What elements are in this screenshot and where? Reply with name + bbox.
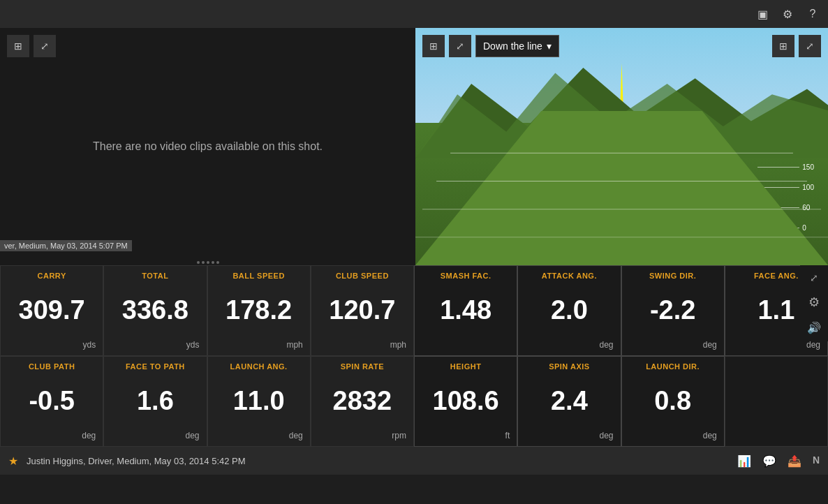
- monitor-icon[interactable]: ▣: [754, 6, 771, 22]
- grid-view-3d-button[interactable]: ⊞: [422, 35, 445, 57]
- metric-height-value: 108.6: [433, 387, 499, 414]
- metric-launch-dir-value: 0.8: [654, 387, 691, 414]
- metric-spin-axis-value: 2.4: [551, 387, 588, 414]
- metric-club-speed: CLUB SPEED 120.7 mph: [311, 265, 414, 356]
- expand-side-icon[interactable]: ⤢: [810, 272, 818, 283]
- metric-spin-axis: SPIN AXIS 2.4 deg: [517, 356, 621, 447]
- metrics-row-1: CARRY 309.7 yds TOTAL 336.8 yds BALL SPE…: [0, 265, 828, 356]
- metric-ball-speed: BALL SPEED 178.2 mph: [207, 265, 311, 356]
- favorite-star[interactable]: ★: [8, 454, 18, 468]
- metric-attack-ang-unit: deg: [599, 340, 613, 350]
- status-bar: ★ Justin Higgins, Driver, Medium, May 03…: [0, 447, 828, 475]
- metric-launch-ang-value: 11.0: [233, 387, 285, 414]
- metric-club-speed-label: CLUB SPEED: [336, 272, 389, 280]
- no-video-message: There are no video clips available on th…: [93, 140, 323, 153]
- metric-height: HEIGHT 108.6 ft: [414, 356, 517, 447]
- dropdown-arrow-icon: ▾: [547, 40, 552, 52]
- video-label: ver, Medium, May 03, 2014 5:07 PM: [0, 240, 132, 251]
- grid-overlay-button[interactable]: ⊞: [772, 35, 794, 57]
- metric-carry-unit: yds: [83, 340, 96, 350]
- metric-swing-dir-label: SWING DIR.: [649, 272, 696, 280]
- metric-face-to-path-label: FACE TO PATH: [126, 362, 185, 371]
- metrics-row-2: CLUB PATH -0.5 deg FACE TO PATH 1.6 deg …: [0, 356, 828, 447]
- metric-face-to-path: FACE TO PATH 1.6 deg: [103, 356, 207, 447]
- view-toolbar-left: ⊞ ⤢ Down the line ▾: [422, 35, 559, 57]
- metric-total: TOTAL 336.8 yds: [103, 265, 207, 356]
- status-icons: 📊 💬 📤 N: [737, 454, 820, 468]
- metric-carry-label: CARRY: [38, 272, 66, 280]
- metric-carry: CARRY 309.7 yds: [0, 265, 103, 356]
- metric-ball-speed-unit: mph: [286, 340, 302, 350]
- fullscreen-button[interactable]: ⤢: [799, 35, 821, 57]
- metric-face-ang-label: FACE ANG.: [754, 272, 799, 280]
- metric-spin-rate-label: SPIN RATE: [341, 362, 384, 371]
- metric-total-label: TOTAL: [142, 272, 168, 280]
- metric-attack-ang-value: 2.0: [551, 297, 588, 323]
- view-panel: ⊞ ⤢ Down the line ▾ ⊞ ⤢: [415, 28, 828, 265]
- metric-smash-fac: SMASH FAC. 1.48: [414, 265, 517, 356]
- metric-swing-dir-unit: deg: [703, 340, 717, 350]
- metric-empty: [725, 356, 828, 447]
- metric-face-to-path-value: 1.6: [137, 387, 174, 414]
- metric-club-speed-value: 120.7: [329, 297, 395, 323]
- grid-view-button[interactable]: ⊞: [7, 35, 29, 57]
- metric-launch-dir-label: LAUNCH DIR.: [646, 362, 700, 371]
- metric-carry-value: 309.7: [19, 297, 85, 323]
- metric-face-to-path-unit: deg: [185, 431, 199, 440]
- video-panel: ⊞ ⤢ There are no video clips available o…: [0, 28, 415, 265]
- chat-icon[interactable]: 💬: [762, 454, 776, 468]
- metric-club-path: CLUB PATH -0.5 deg: [0, 356, 103, 447]
- metric-club-path-unit: deg: [82, 431, 96, 440]
- metric-launch-dir: LAUNCH DIR. 0.8 deg: [621, 356, 725, 447]
- right-side-panel: ⤢ ⚙ 🔊: [800, 265, 828, 341]
- metric-attack-ang-label: ATTACK ANG.: [542, 272, 597, 280]
- help-icon[interactable]: ?: [804, 6, 821, 22]
- fairway-svg: [415, 111, 828, 265]
- metric-club-speed-unit: mph: [390, 340, 406, 350]
- status-text: Justin Higgins, Driver, Medium, May 03, …: [27, 456, 729, 466]
- metric-spin-axis-label: SPIN AXIS: [549, 362, 590, 371]
- video-controls: ⊞ ⤢: [7, 35, 56, 57]
- metric-ball-speed-label: BALL SPEED: [232, 272, 284, 280]
- metric-face-ang-value: 1.1: [757, 297, 794, 323]
- metric-total-value: 336.8: [122, 297, 188, 323]
- expand-3d-button[interactable]: ⤢: [449, 35, 471, 57]
- metric-attack-ang: ATTACK ANG. 2.0 deg: [517, 265, 621, 356]
- metric-smash-fac-label: SMASH FAC.: [441, 272, 491, 280]
- metric-launch-ang-unit: deg: [289, 431, 303, 440]
- top-bar: ▣ ⚙ ?: [0, 0, 828, 28]
- metric-launch-dir-unit: deg: [703, 431, 717, 440]
- divider-dots: [0, 260, 415, 265]
- metric-face-ang-unit: deg: [806, 340, 820, 350]
- metric-club-path-label: CLUB PATH: [29, 362, 75, 371]
- metric-height-unit: ft: [505, 431, 510, 440]
- metric-spin-axis-unit: deg: [599, 431, 613, 440]
- chart-icon[interactable]: 📊: [737, 454, 751, 468]
- metric-launch-ang-label: LAUNCH ANG.: [230, 362, 288, 371]
- gear-icon[interactable]: ⚙: [779, 6, 796, 22]
- metric-smash-fac-value: 1.48: [440, 297, 491, 323]
- metric-launch-ang: LAUNCH ANG. 11.0 deg: [207, 356, 311, 447]
- svg-marker-2: [415, 111, 828, 265]
- metric-spin-rate-value: 2832: [333, 387, 392, 414]
- main-area: ⊞ ⤢ There are no video clips available o…: [0, 28, 828, 265]
- metric-swing-dir: SWING DIR. -2.2 deg: [621, 265, 725, 356]
- metric-smash-fac-unit: [508, 340, 510, 350]
- share-icon[interactable]: 📤: [788, 454, 801, 468]
- view-toolbar-right: ⊞ ⤢: [772, 35, 821, 57]
- metric-ball-speed-value: 178.2: [226, 297, 292, 323]
- view-dropdown[interactable]: Down the line ▾: [475, 35, 559, 57]
- metric-spin-rate: SPIN RATE 2832 rpm: [311, 356, 414, 447]
- n-icon[interactable]: N: [813, 454, 820, 468]
- 3d-scene: 400 250 150 100 60 0: [415, 28, 828, 265]
- settings-side-icon[interactable]: ⚙: [808, 295, 820, 310]
- metrics-area: CARRY 309.7 yds TOTAL 336.8 yds BALL SPE…: [0, 265, 828, 447]
- expand-video-button[interactable]: ⤢: [34, 35, 56, 57]
- volume-side-icon[interactable]: 🔊: [807, 321, 821, 334]
- metric-height-label: HEIGHT: [450, 362, 482, 371]
- metric-total-unit: yds: [186, 340, 200, 350]
- view-dropdown-label: Down the line: [483, 40, 542, 52]
- metric-swing-dir-value: -2.2: [650, 297, 695, 323]
- metric-spin-rate-unit: rpm: [392, 431, 406, 440]
- metric-club-path-value: -0.5: [29, 387, 74, 414]
